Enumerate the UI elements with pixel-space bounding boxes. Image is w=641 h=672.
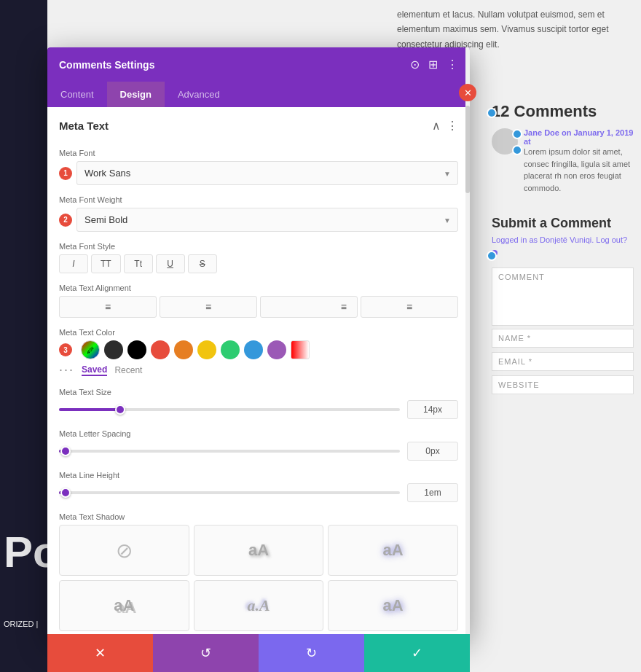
modal-footer: ✕ ↺ ↻ ✓ [47, 634, 470, 672]
save-button[interactable]: ✓ [364, 634, 470, 672]
name-field[interactable]: NAME * [492, 329, 634, 348]
meta-letter-spacing-row: Meta Letter Spacing 0px [59, 429, 458, 461]
email-field[interactable]: EMAIL * [492, 352, 634, 371]
shadow-text-2: aA [383, 541, 404, 560]
uppercase-btn[interactable]: TT [91, 254, 121, 273]
strikethrough-btn[interactable]: S [188, 254, 217, 273]
align-right-btn[interactable]: ≡ [260, 296, 358, 318]
submit-comment-section: Submit a Comment Logged in as Donjetë Vu… [492, 216, 634, 394]
color-swatch-dark[interactable] [104, 340, 123, 359]
undo-button[interactable]: ↺ [153, 634, 259, 672]
meta-text-size-thumb[interactable] [115, 405, 125, 415]
font-style-buttons: I TT Tt U S [59, 254, 458, 273]
shadow-option-5[interactable]: aA [328, 580, 458, 631]
meta-font-weight-label: Meta Font Weight [59, 195, 458, 204]
align-center-btn[interactable]: ≡ [160, 296, 257, 318]
cancel-button[interactable]: ✕ [47, 634, 153, 672]
color-gradient-btn[interactable] [291, 340, 310, 359]
meta-text-shadow-label: Meta Text Shadow [59, 512, 458, 521]
more-colors-btn[interactable]: ··· [59, 362, 74, 378]
meta-text-alignment-row: Meta Text Alignment ≡ ≡ ≡ ≡ [59, 284, 458, 318]
logged-in-text: Logged in as Donjetë Vuniqi. Log out? [492, 235, 634, 244]
shadow-text-4: a.A [247, 596, 270, 615]
section-header-right: ∧ ⋮ [432, 119, 458, 133]
color-swatch-blue[interactable] [244, 340, 263, 359]
color-swatch-yellow[interactable] [197, 340, 216, 359]
modal-tabs: Content Design Advanced [47, 82, 470, 107]
meta-font-style-label: Meta Font Style [59, 242, 458, 251]
meta-text-shadow-row: Meta Text Shadow ⊘ aA aA aA a.A aA [59, 512, 458, 631]
meta-text-size-row: Meta Text Size 14px [59, 388, 458, 419]
color-swatch-orange[interactable] [174, 340, 193, 359]
underline-btn[interactable]: U [156, 254, 185, 273]
meta-text-size-value[interactable]: 14px [407, 400, 458, 419]
meta-font-select[interactable]: Work Sans [76, 161, 458, 185]
meta-text-color-row: Meta Text Color 3 🖉 ··· Saved Recent [59, 328, 458, 378]
color-swatch-red[interactable] [151, 340, 170, 359]
orized-text: ORIZED | [0, 620, 38, 628]
color-swatch-black[interactable] [127, 340, 146, 359]
meta-font-weight-row: Meta Font Weight 2 Semi Bold ▼ [59, 195, 458, 232]
close-icon: ✕ [464, 87, 472, 98]
modal-body: Meta Text ∧ ⋮ Meta Font 1 Work Sans ▼ Me… [47, 107, 470, 638]
redo-button[interactable]: ↻ [259, 634, 364, 672]
meta-text-size-track [59, 408, 400, 411]
meta-line-height-thumb[interactable] [60, 488, 71, 498]
eyedropper-icon[interactable]: 🖉 [81, 340, 100, 359]
tab-advanced[interactable]: Advanced [165, 82, 233, 107]
section-menu-icon[interactable]: ⋮ [447, 119, 458, 133]
comment-row: Jane Doe on January 1, 2019 at Lorem ips… [492, 128, 634, 201]
modal-scrollbar[interactable] [465, 47, 470, 638]
meta-line-height-track [59, 491, 400, 494]
collapse-icon[interactable]: ∧ [432, 119, 441, 133]
comment-field-label: COMMENT [498, 273, 545, 281]
meta-line-height-value[interactable]: 1em [407, 483, 458, 502]
align-left-btn[interactable]: ≡ [59, 296, 157, 318]
submit-title: Submit a Comment [492, 216, 634, 231]
shadow-none-btn[interactable]: ⊘ [59, 525, 189, 576]
modal-header: Comments Settings ⊙ ⊞ ⋮ [47, 47, 470, 82]
modal-close-button[interactable]: ✕ [459, 84, 476, 101]
recent-color-tab[interactable]: Recent [114, 365, 142, 375]
italic-btn[interactable]: I [59, 254, 88, 273]
meta-letter-spacing-slider-row: 0px [59, 442, 458, 461]
shadow-option-3[interactable]: aA [59, 580, 189, 631]
alignment-buttons: ≡ ≡ ≡ ≡ [59, 296, 458, 318]
meta-text-color-label: Meta Text Color [59, 328, 458, 337]
color-swatch-purple[interactable] [267, 340, 286, 359]
shadow-option-2[interactable]: aA [328, 525, 458, 576]
meta-line-height-label: Meta Line Height [59, 471, 458, 480]
dots-icon[interactable]: ⋮ [447, 58, 458, 71]
shadow-options-grid: ⊘ aA aA aA a.A aA [59, 525, 458, 631]
align-justify-btn[interactable]: ≡ [361, 296, 458, 318]
meta-font-label: Meta Font [59, 149, 458, 157]
tab-content[interactable]: Content [47, 82, 107, 107]
blog-right-panel: 12 Comments Jane Doe on January 1, 2019 … [484, 95, 641, 406]
meta-font-select-row: 1 Work Sans ▼ [59, 161, 458, 185]
left-sidebar: Po ORIZED | [0, 0, 47, 672]
shadow-option-1[interactable]: aA [194, 525, 324, 576]
blue-dot-3 [512, 145, 522, 155]
settings-icon[interactable]: ⊙ [410, 58, 420, 71]
tab-design[interactable]: Design [107, 82, 165, 107]
comment-meta: Jane Doe on January 1, 2019 at [524, 128, 634, 146]
shadow-text-1: aA [248, 541, 269, 560]
grid-icon[interactable]: ⊞ [428, 58, 438, 71]
saved-color-tab[interactable]: Saved [82, 364, 107, 376]
meta-font-weight-select-wrapper: Semi Bold ▼ [76, 208, 458, 232]
website-field[interactable]: WEBSITE [492, 375, 634, 394]
color-swatch-green[interactable] [221, 340, 240, 359]
meta-letter-spacing-thumb[interactable] [60, 446, 71, 456]
capitalize-btn[interactable]: Tt [124, 254, 153, 273]
section-header: Meta Text ∧ ⋮ [59, 119, 458, 138]
shadow-option-4[interactable]: a.A [194, 580, 324, 631]
meta-letter-spacing-value[interactable]: 0px [407, 442, 458, 461]
save-icon: ✓ [412, 645, 422, 661]
step-badge-3: 3 [59, 343, 72, 356]
meta-text-alignment-label: Meta Text Alignment [59, 284, 458, 292]
meta-letter-spacing-track [59, 450, 400, 453]
step-badge-2: 2 [59, 214, 72, 227]
comment-text: Lorem ipsum dolor sit amet, consec fring… [524, 146, 634, 194]
scrollbar-thumb[interactable] [465, 106, 470, 193]
meta-font-weight-select[interactable]: Semi Bold [76, 208, 458, 232]
